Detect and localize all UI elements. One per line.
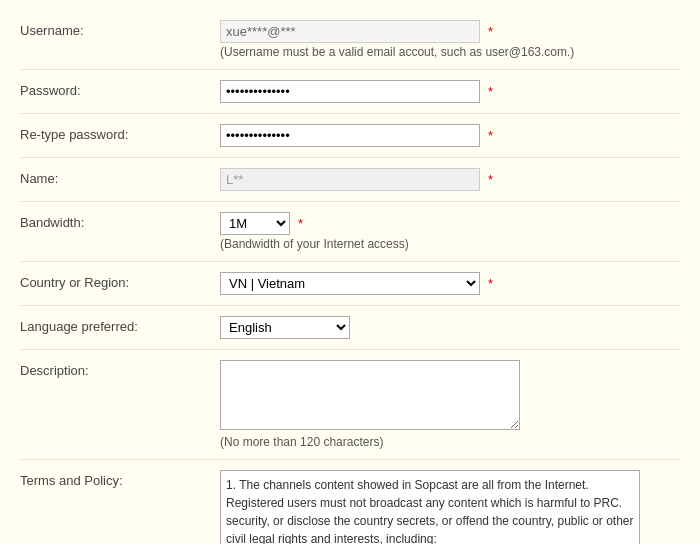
password-field: *	[220, 76, 680, 107]
description-row: Description: (No more than 120 character…	[20, 350, 680, 460]
retype-password-label: Re-type password:	[20, 120, 220, 148]
username-required: *	[488, 24, 493, 39]
description-textarea[interactable]	[220, 360, 520, 430]
bandwidth-required: *	[298, 216, 303, 231]
username-field: xue****@*** * (Username must be a valid …	[220, 16, 680, 63]
terms-text: 1. The channels content showed in Sopcas…	[226, 478, 634, 544]
retype-password-field: *	[220, 120, 680, 151]
description-hint: (No more than 120 characters)	[220, 435, 680, 449]
language-label: Language preferred:	[20, 312, 220, 340]
bandwidth-select[interactable]: 1M 2M 4M 8M	[220, 212, 290, 235]
username-row: Username: xue****@*** * (Username must b…	[20, 10, 680, 70]
bandwidth-row: Bandwidth: 1M 2M 4M 8M * (Bandwidth of y…	[20, 202, 680, 262]
name-label: Name:	[20, 164, 220, 192]
terms-field: 1. The channels content showed in Sopcas…	[220, 466, 680, 544]
country-row: Country or Region: VN | Vietnam *	[20, 262, 680, 306]
name-required: *	[488, 172, 493, 187]
language-row: Language preferred: English Chinese	[20, 306, 680, 350]
name-value: L**	[220, 168, 480, 191]
password-label: Password:	[20, 76, 220, 104]
country-label: Country or Region:	[20, 268, 220, 296]
country-select[interactable]: VN | Vietnam	[220, 272, 480, 295]
terms-row: Terms and Policy: 1. The channels conten…	[20, 460, 680, 544]
bandwidth-hint: (Bandwidth of your Internet access)	[220, 237, 680, 251]
terms-label: Terms and Policy:	[20, 466, 220, 494]
retype-password-row: Re-type password: *	[20, 114, 680, 158]
name-field: L** *	[220, 164, 680, 195]
username-label: Username:	[20, 16, 220, 44]
retype-password-required: *	[488, 128, 493, 143]
bandwidth-field: 1M 2M 4M 8M * (Bandwidth of your Interne…	[220, 208, 680, 255]
description-field: (No more than 120 characters)	[220, 356, 680, 453]
country-field: VN | Vietnam *	[220, 268, 680, 299]
password-input[interactable]	[220, 80, 480, 103]
retype-password-input[interactable]	[220, 124, 480, 147]
country-required: *	[488, 276, 493, 291]
language-field: English Chinese	[220, 312, 680, 343]
username-hint: (Username must be a valid email accout, …	[220, 45, 680, 59]
password-required: *	[488, 84, 493, 99]
username-value: xue****@***	[220, 20, 480, 43]
registration-form: Username: xue****@*** * (Username must b…	[0, 0, 700, 544]
bandwidth-label: Bandwidth:	[20, 208, 220, 236]
description-label: Description:	[20, 356, 220, 384]
language-select[interactable]: English Chinese	[220, 316, 350, 339]
terms-content-box[interactable]: 1. The channels content showed in Sopcas…	[220, 470, 640, 544]
password-row: Password: *	[20, 70, 680, 114]
name-row: Name: L** *	[20, 158, 680, 202]
